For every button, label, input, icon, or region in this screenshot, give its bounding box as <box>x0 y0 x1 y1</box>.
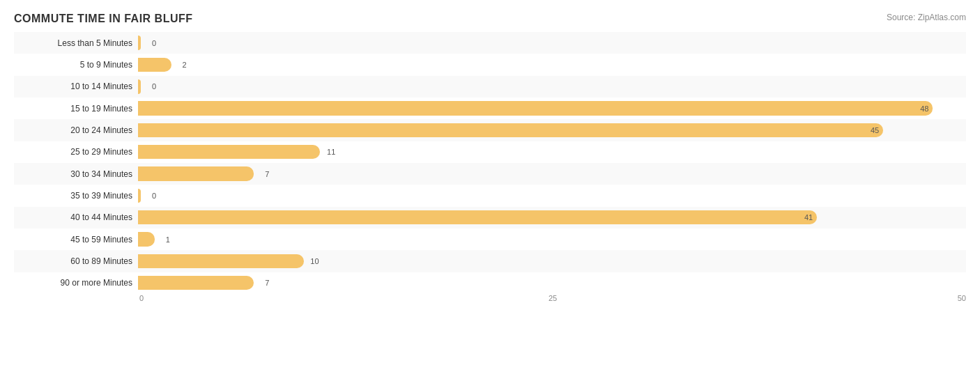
bar-row: 45 to 59 Minutes1 <box>14 228 966 250</box>
bar-fill: 48 <box>138 101 933 115</box>
bar-fill: 0 <box>138 36 141 49</box>
bar-area: 1 <box>138 228 966 250</box>
chart-container: COMMUTE TIME IN FAIR BLUFF Source: ZipAt… <box>0 0 980 365</box>
bar-area: 41 <box>138 207 966 228</box>
x-axis-label: 0 <box>139 294 144 302</box>
x-axis-label: 50 <box>958 294 966 302</box>
bar-area: 7 <box>138 272 966 294</box>
bar-value: 0 <box>152 39 156 47</box>
bar-value: 7 <box>265 279 269 287</box>
bar-row: 10 to 14 Minutes0 <box>14 76 966 98</box>
bar-value: 41 <box>804 213 813 222</box>
x-axis-label: 25 <box>549 294 557 302</box>
bar-fill: 0 <box>138 79 141 93</box>
bar-value: 7 <box>265 170 269 178</box>
bar-label: 10 to 14 Minutes <box>14 81 138 91</box>
bar-fill: 41 <box>138 210 817 224</box>
bar-value: 0 <box>152 192 156 200</box>
bar-label: 40 to 44 Minutes <box>14 212 138 222</box>
bar-row: 60 to 89 Minutes10 <box>14 250 966 272</box>
bar-row: Less than 5 Minutes0 <box>14 32 966 54</box>
bar-value: 48 <box>920 104 928 113</box>
bar-label: 20 to 24 Minutes <box>14 125 138 135</box>
chart-body: Less than 5 Minutes05 to 9 Minutes210 to… <box>14 32 966 315</box>
bar-row: 20 to 24 Minutes45 <box>14 119 966 141</box>
bar-area: 10 <box>138 250 966 272</box>
bar-label: 45 to 59 Minutes <box>14 235 138 244</box>
bar-value: 45 <box>871 126 879 134</box>
bar-fill: 1 <box>138 232 155 246</box>
bar-area: 11 <box>138 141 966 163</box>
bar-label: 5 to 9 Minutes <box>14 60 138 70</box>
bar-row: 40 to 44 Minutes41 <box>14 207 966 228</box>
bar-fill: 11 <box>138 145 320 159</box>
chart-header: COMMUTE TIME IN FAIR BLUFF Source: ZipAt… <box>14 13 966 25</box>
bar-value: 11 <box>327 148 335 156</box>
bar-label: 90 or more Minutes <box>14 278 138 288</box>
bar-area: 48 <box>138 98 966 119</box>
bar-value: 0 <box>152 82 156 91</box>
bar-area: 0 <box>138 76 966 98</box>
bar-fill: 7 <box>138 166 254 180</box>
bar-fill: 7 <box>138 276 254 290</box>
bar-area: 0 <box>138 185 966 206</box>
bar-value: 1 <box>166 235 170 244</box>
bar-label: Less than 5 Minutes <box>14 38 138 48</box>
bar-row: 25 to 29 Minutes11 <box>14 141 966 163</box>
chart-source: Source: ZipAtlas.com <box>887 13 966 22</box>
bar-value: 2 <box>182 61 186 69</box>
bar-value: 10 <box>310 257 319 265</box>
rows-wrapper: Less than 5 Minutes05 to 9 Minutes210 to… <box>14 32 966 294</box>
bar-label: 30 to 34 Minutes <box>14 169 138 179</box>
bar-area: 45 <box>138 119 966 141</box>
bar-label: 25 to 29 Minutes <box>14 147 138 157</box>
bar-fill: 45 <box>138 123 883 137</box>
bar-area: 7 <box>138 163 966 185</box>
bar-row: 90 or more Minutes7 <box>14 272 966 294</box>
bar-label: 35 to 39 Minutes <box>14 191 138 201</box>
bar-row: 35 to 39 Minutes0 <box>14 185 966 206</box>
bar-fill: 10 <box>138 254 304 268</box>
bar-area: 0 <box>138 32 966 54</box>
bar-fill: 2 <box>138 58 171 72</box>
chart-title: COMMUTE TIME IN FAIR BLUFF <box>14 13 193 25</box>
bar-fill: 0 <box>138 189 141 203</box>
bar-label: 60 to 89 Minutes <box>14 256 138 266</box>
bar-area: 2 <box>138 54 966 75</box>
bar-row: 15 to 19 Minutes48 <box>14 98 966 119</box>
bar-label: 15 to 19 Minutes <box>14 104 138 114</box>
x-axis: 02550 <box>139 294 966 315</box>
bar-row: 5 to 9 Minutes2 <box>14 54 966 75</box>
bar-row: 30 to 34 Minutes7 <box>14 163 966 185</box>
